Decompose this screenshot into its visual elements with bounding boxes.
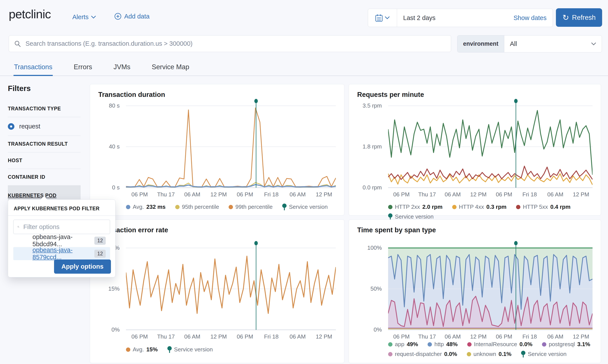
legend-value: 232 ms [147, 204, 166, 210]
chart-legend: Avg.15%Service version [126, 346, 344, 353]
y-tick-label: 50% [370, 286, 382, 292]
add-data-label: Add data [124, 13, 149, 20]
time-range-value[interactable]: Last 2 days Show dates [397, 9, 553, 27]
legend-item[interactable]: 95th percentile [175, 204, 219, 210]
legend-label: Service version [395, 213, 434, 220]
legend-label: http [434, 341, 444, 348]
legend-label: Service version [289, 204, 328, 210]
legend-item[interactable]: Avg.232 ms [126, 204, 166, 210]
search-bar [9, 35, 451, 52]
transaction-duration-card: Transaction duration 80 s40 s0 s 06 PMTh… [90, 84, 344, 216]
radio-selected-icon[interactable] [8, 123, 14, 130]
legend-item[interactable]: HTTP 2xx2.0 rpm [388, 204, 443, 210]
legend-item-service-version[interactable]: Service version [388, 213, 434, 220]
legend-value: 0.0% [444, 351, 457, 357]
x-tick-label: 06 AM [177, 333, 207, 340]
series-color-dot [388, 342, 392, 347]
filter-section-host[interactable]: HOST [8, 152, 81, 169]
tab-service-map[interactable]: Service Map [152, 58, 189, 76]
tab-jvms[interactable]: JVMs [114, 58, 131, 76]
legend-item[interactable]: 99th percentile [229, 204, 273, 210]
calendar-dropdown-button[interactable] [368, 9, 397, 27]
legend-label: Service version [174, 346, 213, 353]
series-color-dot [126, 205, 130, 209]
y-tick-label: 0% [374, 326, 382, 333]
filter-section-container-id[interactable]: CONTAINER ID [8, 169, 81, 185]
pod-option-2[interactable]: opbeans-java-8579ccd... 12 [13, 247, 110, 260]
legend-item[interactable]: HTTP 5xx0.4 rpm [516, 204, 570, 210]
legend-item[interactable]: app49% [388, 341, 418, 348]
divider [8, 216, 115, 216]
calendar-icon [375, 14, 383, 22]
legend-item[interactable]: request-dispatcher0.0% [388, 351, 457, 357]
legend-value: 0.0% [520, 341, 532, 348]
refresh-button[interactable]: ↻ Refresh [556, 8, 602, 27]
chart-title: Time spent by span type [357, 226, 436, 234]
legend-label: 99th percentile [235, 204, 273, 210]
series-color-dot [126, 348, 130, 352]
legend-item-service-version[interactable]: Service version [521, 351, 567, 357]
legend-value: 49% [407, 341, 418, 348]
x-tick-label: 12 PM [566, 191, 596, 198]
series-color-dot [467, 352, 471, 356]
environment-select-group: environment All [457, 35, 602, 52]
legend-label: HTTP 5xx [523, 204, 548, 210]
legend-label: Avg. [133, 346, 144, 353]
y-tick-label: 3.5 rpm [363, 102, 382, 109]
pod-option-1[interactable]: opbeans-java-5bdcd94... 12 [13, 234, 110, 247]
time-spent-by-span-type-card: Time spent by span type 100%50%0% 06 PMT… [349, 220, 601, 363]
environment-select[interactable]: All [504, 36, 602, 52]
y-tick-label: 0.0 rpm [363, 184, 382, 191]
refresh-icon: ↻ [562, 14, 569, 22]
series-color-dot [388, 352, 392, 356]
series-color-dot [452, 205, 457, 209]
legend-item[interactable]: postgresql3.1% [542, 341, 590, 348]
legend-value: 48% [446, 341, 458, 348]
series-color-dot [428, 342, 432, 347]
apply-options-button[interactable]: Apply options [54, 260, 111, 274]
y-tick-label: 0% [111, 326, 120, 333]
legend-item-service-version[interactable]: Service version [282, 204, 328, 210]
apm-service-page: petclinic Alerts Add data Last 2 days Sh… [0, 0, 608, 364]
series-color-dot [175, 205, 180, 209]
x-tick-label: 12 PM [566, 333, 596, 340]
legend-item[interactable]: unknown0.1% [467, 351, 512, 357]
x-tick-label: Fri 18 [256, 191, 286, 198]
series-color-dot [229, 205, 233, 209]
x-tick-label: 06 AM [177, 191, 207, 198]
tab-transactions[interactable]: Transactions [14, 58, 52, 76]
legend-item-service-version[interactable]: Service version [167, 346, 213, 353]
show-dates-link[interactable]: Show dates [513, 14, 547, 22]
circle-plus-icon [114, 13, 122, 20]
legend-item[interactable]: InternalResource0.0% [467, 341, 532, 348]
filter-section-transaction-result[interactable]: TRANSACTION RESULT [8, 136, 81, 152]
filters-panel: Filters TRANSACTION TYPE request TRANSAC… [8, 84, 81, 206]
service-version-pin-icon [521, 351, 526, 357]
x-tick-label: 12 PM [203, 333, 234, 340]
tab-errors[interactable]: Errors [74, 58, 92, 76]
line-chart [126, 97, 336, 193]
legend-value: 0.4 rpm [550, 204, 570, 210]
filter-section-transaction-type[interactable]: TRANSACTION TYPE [8, 101, 81, 117]
series-color-dot [542, 342, 546, 347]
x-tick-label: 06 PM [124, 333, 155, 340]
alerts-menu[interactable]: Alerts [72, 13, 96, 21]
legend-item[interactable]: HTTP 4xx0.3 rpm [452, 204, 507, 210]
service-name-title: petclinic [9, 7, 51, 21]
filter-option-request[interactable]: request [8, 117, 81, 136]
legend-item[interactable]: Avg.15% [126, 346, 158, 353]
x-tick-label: 06 AM [283, 191, 313, 198]
service-version-pin-icon [388, 213, 392, 220]
add-data-button[interactable]: Add data [114, 13, 149, 20]
tabs-bar: Transactions Errors JVMs Service Map [0, 58, 608, 76]
series-color-dot [516, 205, 520, 209]
legend-item[interactable]: http48% [428, 341, 458, 348]
search-icon [14, 40, 21, 47]
chevron-down-icon [591, 42, 596, 46]
x-tick-label: 06 AM [283, 333, 313, 340]
filter-options-input[interactable] [23, 223, 106, 231]
popup-search-bar [13, 220, 110, 234]
search-transactions-input[interactable] [25, 40, 446, 47]
count-badge: 12 [94, 237, 106, 245]
line-chart [388, 97, 593, 193]
